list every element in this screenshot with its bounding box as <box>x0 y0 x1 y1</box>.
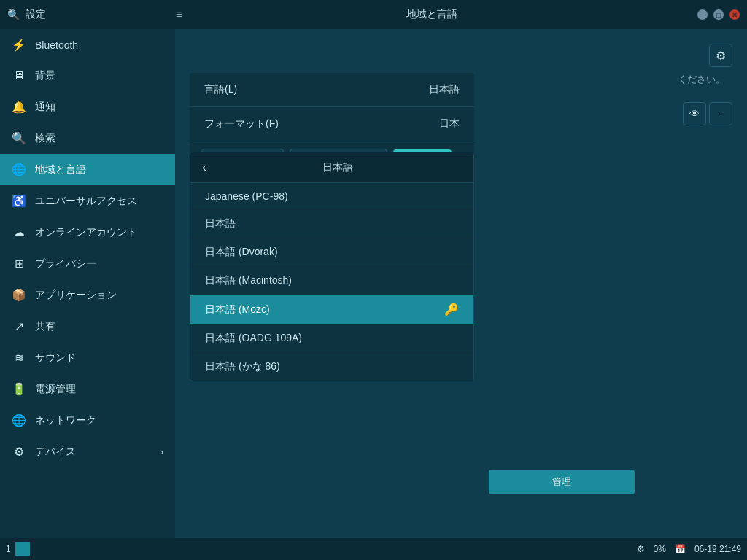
sidebar-item-sharing[interactable]: ↗ 共有 <box>0 311 175 342</box>
battery-text: 0% <box>654 544 666 554</box>
sidebar-item-label: 地域と言語 <box>35 163 86 176</box>
content-area: ⚙ ください。 👁 − 管理 言語(L) 日本語 <box>175 29 747 538</box>
sound-icon: ≋ <box>12 351 26 365</box>
sidebar-item-label: ユニバーサルアクセス <box>35 195 137 208</box>
dropdown-item-1[interactable]: 日本語 <box>190 210 473 238</box>
sidebar-item-label: 通知 <box>35 101 55 114</box>
gear-area: ⚙ <box>709 44 732 67</box>
sidebar-item-notifications[interactable]: 🔔 通知 <box>0 91 175 122</box>
dropdown-item-0[interactable]: Japanese (PC-98) <box>190 183 473 210</box>
sidebar-item-label: アプリケーション <box>35 289 117 302</box>
taskbar-left: 1 <box>6 542 30 556</box>
sharing-icon: ↗ <box>12 319 26 333</box>
search-icon[interactable]: 🔍 <box>7 9 20 20</box>
sidebar-item-universal-access[interactable]: ♿ ユニバーサルアクセス <box>0 185 175 217</box>
status-icon: ⚙ <box>637 544 645 554</box>
format-row: フォーマット(F) 日本 <box>190 107 474 141</box>
minimize-button[interactable]: − <box>697 9 708 20</box>
taskbar-right: ⚙ 0% 📅 06-19 21:49 <box>637 544 741 554</box>
sidebar-item-search[interactable]: 🔍 検索 <box>0 122 175 154</box>
window-title: 地域と言語 <box>182 8 681 21</box>
dropdown-item-4[interactable]: 日本語 (Mozc) 🔑 <box>190 295 473 324</box>
dropdown-item-3[interactable]: 日本語 (Macintosh) <box>190 267 473 295</box>
sidebar-item-label: 電源管理 <box>35 383 76 396</box>
close-button[interactable]: ✕ <box>729 9 740 20</box>
search-icon: 🔍 <box>12 131 26 145</box>
eye-icon: 👁 <box>689 108 700 120</box>
top-bar-left: 🔍 設定 ≡ <box>7 8 182 21</box>
app-number: 1 <box>6 544 11 554</box>
menu-icon[interactable]: ≡ <box>176 8 182 21</box>
input-controls: 👁 − <box>683 102 732 125</box>
manage-button[interactable]: 管理 <box>489 470 635 494</box>
dropdown-item-label: 日本語 (OADG 109A) <box>205 332 302 345</box>
content-hint: ください。 <box>678 73 725 86</box>
gear-icon: ⚙ <box>716 49 726 63</box>
sidebar-item-label: オンラインアカウント <box>35 226 137 239</box>
settings-title: 設定 <box>26 8 46 21</box>
window-controls: − □ ✕ <box>681 9 740 20</box>
power-icon: 🔋 <box>12 382 26 396</box>
format-label: フォーマット(F) <box>204 117 279 131</box>
sidebar-item-label: ネットワーク <box>35 414 96 427</box>
sidebar: ⚡ Bluetooth 🖥 背景 🔔 通知 🔍 検索 🌐 地域と言語 ♿ ユニバ… <box>0 29 175 538</box>
dropdown-header: ‹ 日本語 <box>190 152 473 183</box>
universal-access-icon: ♿ <box>12 194 26 208</box>
sidebar-item-background[interactable]: 🖥 背景 <box>0 61 175 91</box>
sidebar-item-applications[interactable]: 📦 アプリケーション <box>0 279 175 311</box>
devices-icon: ⚙ <box>12 445 26 459</box>
more-icon: › <box>160 447 163 457</box>
cloud-icon: ☁ <box>12 225 26 239</box>
key-icon: 🔑 <box>444 303 459 316</box>
sidebar-item-label: サウンド <box>35 351 76 365</box>
dropdown-item-6[interactable]: 日本語 (かな 86) <box>190 353 473 381</box>
format-value: 日本 <box>439 117 460 131</box>
sidebar-item-devices[interactable]: ⚙ デバイス › <box>0 436 175 467</box>
back-icon: ‹ <box>202 160 206 174</box>
language-row: 言語(L) 日本語 <box>190 73 474 107</box>
applications-icon: 📦 <box>12 288 26 302</box>
region-icon: 🌐 <box>12 163 26 176</box>
eye-button[interactable]: 👁 <box>683 102 706 125</box>
sidebar-item-sound[interactable]: ≋ サウンド <box>0 342 175 373</box>
manage-bar: 管理 <box>489 470 732 494</box>
sidebar-item-label: 検索 <box>35 132 55 145</box>
background-icon: 🖥 <box>12 69 26 82</box>
sidebar-item-label: デバイス <box>35 446 76 459</box>
calendar-icon: 📅 <box>675 544 686 554</box>
language-value: 日本語 <box>429 83 460 96</box>
app-icon[interactable] <box>15 542 30 556</box>
sidebar-item-privacy[interactable]: ⊞ プライバシー <box>0 248 175 279</box>
dropdown-item-label: 日本語 (Macintosh) <box>205 274 292 287</box>
taskbar: 1 ⚙ 0% 📅 06-19 21:49 <box>0 538 747 560</box>
back-button[interactable]: ‹ <box>202 160 206 175</box>
sidebar-item-label: 背景 <box>35 69 55 82</box>
minus-button[interactable]: − <box>709 102 732 125</box>
maximize-button[interactable]: □ <box>713 9 724 20</box>
dropdown-item-2[interactable]: 日本語 (Dvorak) <box>190 238 473 267</box>
sidebar-item-label: 共有 <box>35 320 55 333</box>
network-icon: 🌐 <box>12 413 26 427</box>
sidebar-item-network[interactable]: 🌐 ネットワーク <box>0 405 175 436</box>
dropdown-panel: ‹ 日本語 Japanese (PC-98) 日本語 日本語 (Dvorak) … <box>190 152 474 381</box>
top-bar: 🔍 設定 ≡ 地域と言語 − □ ✕ <box>0 0 747 29</box>
sidebar-item-online-accounts[interactable]: ☁ オンラインアカウント <box>0 217 175 248</box>
sidebar-item-label: プライバシー <box>35 257 96 271</box>
sidebar-item-power[interactable]: 🔋 電源管理 <box>0 373 175 405</box>
privacy-icon: ⊞ <box>12 257 26 271</box>
main-layout: ⚡ Bluetooth 🖥 背景 🔔 通知 🔍 検索 🌐 地域と言語 ♿ ユニバ… <box>0 29 747 538</box>
dropdown-item-label: 日本語 <box>205 217 236 230</box>
sidebar-item-region-language[interactable]: 🌐 地域と言語 <box>0 154 175 185</box>
notification-icon: 🔔 <box>12 100 26 114</box>
dropdown-item-label: 日本語 (かな 86) <box>205 360 280 373</box>
datetime: 06-19 21:49 <box>694 544 741 554</box>
language-label: 言語(L) <box>204 83 237 96</box>
minus-icon: − <box>718 108 724 120</box>
bluetooth-icon: ⚡ <box>12 38 26 52</box>
sidebar-item-bluetooth[interactable]: ⚡ Bluetooth <box>0 29 175 61</box>
dropdown-item-label: 日本語 (Mozc) <box>205 303 270 316</box>
sidebar-item-label: Bluetooth <box>35 39 78 51</box>
dropdown-item-5[interactable]: 日本語 (OADG 109A) <box>190 324 473 353</box>
gear-button[interactable]: ⚙ <box>709 44 732 67</box>
dropdown-item-label: Japanese (PC-98) <box>205 190 288 202</box>
